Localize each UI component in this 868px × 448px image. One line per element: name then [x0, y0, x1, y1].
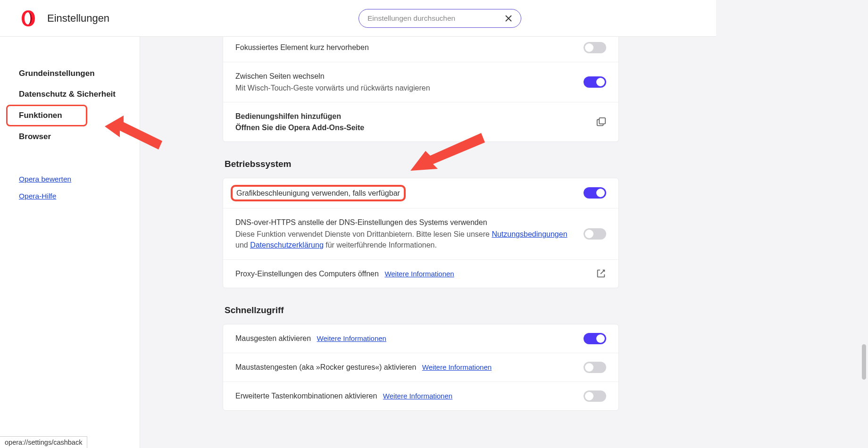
section-title-os: Betriebssystem [225, 159, 619, 169]
page-title: Einstellungen [47, 12, 109, 25]
link-mouse-more[interactable]: Weitere Informationen [317, 334, 386, 342]
sidebar: Grundeinstellungen Datenschutz & Sicherh… [0, 37, 140, 448]
status-bar: opera://settings/cashback [0, 436, 87, 448]
search-container [359, 9, 521, 28]
link-keys-more[interactable]: Weitere Informationen [383, 392, 452, 400]
sidebar-link-opera-help[interactable]: Opera-Hilfe [19, 188, 140, 205]
toggle-dns-over-https[interactable] [584, 228, 606, 240]
section-title-quick: Schnellzugriff [225, 305, 619, 315]
scrollbar-thumb[interactable] [862, 344, 866, 380]
row-proxy-settings[interactable]: Proxy-Einstellungen des Computers öffnen… [223, 259, 618, 288]
sidebar-link-rate-opera[interactable]: Opera bewerten [19, 171, 140, 188]
sidebar-item-basics[interactable]: Grundeinstellungen [19, 63, 140, 84]
open-external-icon [596, 268, 606, 279]
right-gutter [716, 0, 868, 448]
row-swipe-pages: Zwischen Seiten wechseln Mit Wisch-Touch… [223, 62, 618, 102]
row-advanced-shortcuts: Erweiterte Tastenkombinationen aktiviere… [223, 382, 618, 410]
toggle-advanced-shortcuts[interactable] [584, 390, 606, 402]
sidebar-item-features[interactable]: Funktionen [6, 105, 87, 126]
close-icon[interactable] [505, 15, 512, 22]
row-dns-over-https: DNS-over-HTTPS anstelle der DNS-Einstell… [223, 208, 618, 259]
row-gpu-accel: Grafikbeschleunigung verwenden, falls ve… [223, 178, 618, 208]
row-rocker-gestures: Maustastengesten (aka »Rocker gestures«)… [223, 353, 618, 382]
svg-rect-1 [599, 117, 605, 124]
search-input[interactable] [367, 14, 505, 23]
opera-logo-icon [19, 9, 38, 28]
sidebar-item-browser[interactable]: Browser [19, 126, 140, 147]
row-focus-highlight: Fokussiertes Element kurz hervorheben [223, 37, 618, 62]
link-rocker-more[interactable]: Weitere Informationen [422, 363, 492, 371]
link-privacy[interactable]: Datenschutzerklärung [250, 241, 324, 249]
toggle-gpu-accel[interactable] [584, 187, 606, 199]
toggle-focus-highlight[interactable] [584, 42, 606, 53]
external-window-icon [596, 117, 606, 127]
link-proxy-more[interactable]: Weitere Informationen [384, 270, 454, 278]
search-pill[interactable] [359, 9, 521, 28]
row-mouse-gestures: Mausgesten aktivieren Weitere Informatio… [223, 324, 618, 353]
row-add-accessibility[interactable]: Bedienungshilfen hinzufügen Öffnen Sie d… [223, 102, 618, 141]
toggle-mouse-gestures[interactable] [584, 333, 606, 344]
toggle-rocker-gestures[interactable] [584, 362, 606, 373]
toggle-swipe-pages[interactable] [584, 76, 606, 88]
sidebar-item-privacy[interactable]: Datenschutz & Sicherheit [19, 84, 140, 105]
link-terms[interactable]: Nutzungsbedingungen [492, 230, 567, 238]
highlight-gpu-text: Grafikbeschleunigung verwenden, falls ve… [231, 185, 406, 201]
